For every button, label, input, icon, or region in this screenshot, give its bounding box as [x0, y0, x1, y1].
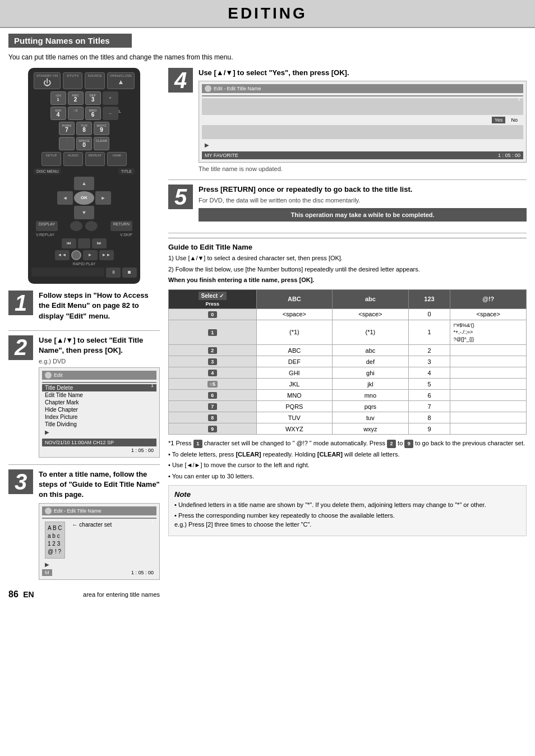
clear-btn[interactable]: CLEAR [94, 137, 109, 150]
guide-item1: 1) Use [▲/▼] to select a desired charact… [168, 254, 527, 262]
screen-item-index: Index Picture [42, 413, 156, 421]
num-btn-9[interactable]: WXYZ9 [94, 122, 109, 135]
note-item2: • Press the corresponding number key rep… [174, 511, 520, 529]
num-btn-8[interactable]: TUV8 [76, 122, 92, 135]
step2-title: Use [▲/▼] to select "Edit Title Name", t… [39, 335, 160, 356]
screen-item-title-delete: Title Delete [42, 384, 156, 391]
note-title: Note [174, 490, 520, 499]
footnote3: • Use [◄/►] to move the cursor to the le… [168, 461, 527, 469]
open-close-btn[interactable]: OPEN/CLOSE ▲ [107, 72, 135, 89]
fwd-skip-btn[interactable]: ⏭ [92, 238, 107, 248]
num-btn-2[interactable]: ABC2 [68, 91, 84, 105]
d-pad: ▲ ◄ OK ► ▼ [57, 177, 111, 219]
col-special: @!? [450, 289, 527, 308]
char-set-label: ← character set [72, 522, 112, 528]
return-btn[interactable]: RETURN [110, 221, 132, 231]
standby-btn[interactable]: STANDBY ON ⏻ [34, 72, 61, 89]
page-title: EDITING [0, 0, 535, 28]
setup-btn[interactable]: SETUP [41, 152, 61, 166]
d-left-btn[interactable]: ◄ [57, 191, 73, 205]
title-btn[interactable]: TITLE [118, 168, 135, 174]
step4-screen: Edit - Edit Title Name 1 Yes No ▶ [199, 81, 527, 163]
screen-item-hide: Hide Chapter [42, 406, 156, 413]
play-btn[interactable]: ► [83, 250, 98, 260]
table-row: 9 WXYZwxyz9 [169, 423, 527, 435]
step2-screen: Edit 1 Title Delete Edit Title Name Chap… [39, 367, 160, 458]
table-row: 8 TUVtuv8 [169, 412, 527, 423]
section-heading: Putting Names on Titles [8, 34, 132, 48]
dtv-btn[interactable]: DTV/TV [63, 72, 82, 89]
table-row: 7 PQRSpqrs7 [169, 401, 527, 412]
title-text: EDITING [228, 4, 307, 22]
warning-box: This operation may take a while to be co… [199, 208, 527, 222]
num-btn-at[interactable]: :@±1 [50, 91, 66, 105]
rapid-play-label: RAPID PLAY [31, 262, 137, 266]
char-table: Select ✓ Press ABC abc 123 @!? [168, 289, 527, 435]
table-row: 4 GHIghi4 [169, 367, 527, 379]
step5-content: Press [RETURN] once or repeatedly to go … [199, 185, 527, 226]
screen-item-dividing: Title Dividing [42, 421, 156, 428]
prev-btn[interactable]: ⏮ [62, 238, 76, 248]
step4-title: Use [▲/▼] to select "Yes", then press [O… [199, 68, 527, 78]
table-row: 6 MNOmno6 [169, 390, 527, 401]
d-down-btn[interactable]: ▼ [74, 206, 94, 219]
num-btn-5[interactable]: ○5 [68, 107, 84, 120]
table-row: 2 ABCabc2 [169, 345, 527, 356]
table-row: 1 (*1) (*1) 1 !"#$%&'()*+,-./:;=>?@[]^_{… [169, 320, 527, 345]
repeat-btn[interactable]: REPEAT [85, 152, 105, 166]
hdmi-btn[interactable]: HDMI [107, 152, 127, 166]
remote-control: STANDBY ON ⏻ DTV/TV SOURCE OPEN/CLOSE ▲ [28, 68, 140, 284]
step2-sub: e.g.) DVD [39, 358, 160, 365]
step5-number: 5 [168, 185, 193, 209]
num-btn-4[interactable]: GHI4 [50, 107, 66, 120]
pause-btn[interactable]: ⏸ [106, 268, 121, 278]
audio-btn[interactable]: AUDIO [63, 152, 83, 166]
step3-content: To enter a title name, follow the steps … [39, 469, 160, 580]
col-abc: ABC [256, 289, 333, 308]
rew-slow-btn[interactable] [78, 238, 90, 248]
ff-btn[interactable]: ►► [99, 250, 114, 260]
step4-number: 4 [168, 68, 193, 93]
minus-channel[interactable]: – [103, 107, 118, 120]
table-row: ○5 JKLjkl5 [169, 379, 527, 390]
plus-channel[interactable]: +CHANNEL [103, 91, 118, 105]
page-number: 86 [8, 589, 19, 599]
disc-menu-btn[interactable]: DISC MENU [34, 168, 61, 174]
num-btn-0[interactable]: SPACE0 [76, 137, 92, 150]
table-row: 0 <space> <space> 0 <space> [169, 308, 527, 320]
num-btn-7[interactable]: PQRS7 [59, 122, 75, 135]
step1-number: 1 [8, 291, 33, 315]
guide-section: Guide to Edit Title Name 1) Use [▲/▼] to… [168, 238, 527, 536]
d-right-btn[interactable]: ► [95, 191, 111, 205]
d-ok-btn[interactable]: OK [74, 191, 94, 205]
rew-btn[interactable]: ◄◄ [55, 250, 70, 260]
step1-title: Follow steps in "How to Access the Edit … [39, 291, 160, 321]
note-box: Note • Undefined letters in a title name… [168, 485, 527, 536]
select-press-header: Select ✓ [199, 292, 227, 300]
num-btn-dot[interactable]: · [59, 137, 75, 150]
footnote2: • To delete letters, press [CLEAR] repea… [168, 450, 527, 459]
step5-sub: For DVD, the data will be written onto t… [199, 197, 527, 204]
step4-content: Use [▲/▼] to select "Yes", then press [O… [199, 68, 527, 175]
guide-item3: When you finish entering a title name, p… [168, 276, 527, 284]
footnote1: *1 Press 1 character set will be changed… [168, 439, 527, 448]
display-btn[interactable]: DISPLAY [36, 221, 58, 231]
intro-paragraph: You can put title names on the titles an… [8, 52, 527, 62]
screen-item-chapter: Chapter Mark [42, 399, 156, 406]
col-abc2: abc [333, 289, 409, 308]
num-btn-6[interactable]: MNO6 [85, 107, 101, 120]
source-btn[interactable]: SOURCE [85, 72, 105, 89]
step5-title: Press [RETURN] once or repeatedly to go … [199, 185, 527, 195]
footnote4: • You can enter up to 30 letters. [168, 472, 527, 481]
step2-number: 2 [8, 335, 33, 360]
step3-title: To enter a title name, follow the steps … [39, 469, 160, 500]
step4-updated: The title name is now updated. [199, 165, 527, 172]
step3-number: 3 [8, 469, 33, 494]
note-item1: • Undefined letters in a title name are … [174, 501, 520, 509]
stop-btn[interactable]: ⏹ [122, 268, 137, 278]
d-up-btn[interactable]: ▲ [74, 177, 94, 190]
screen-item-edit-title: Edit Title Name [42, 391, 156, 399]
char-set-display: A B C a b c 1 2 3 @ ! ? [45, 522, 65, 559]
num-btn-3[interactable]: DEF3 [85, 91, 101, 105]
lang-label: EN [23, 590, 34, 599]
